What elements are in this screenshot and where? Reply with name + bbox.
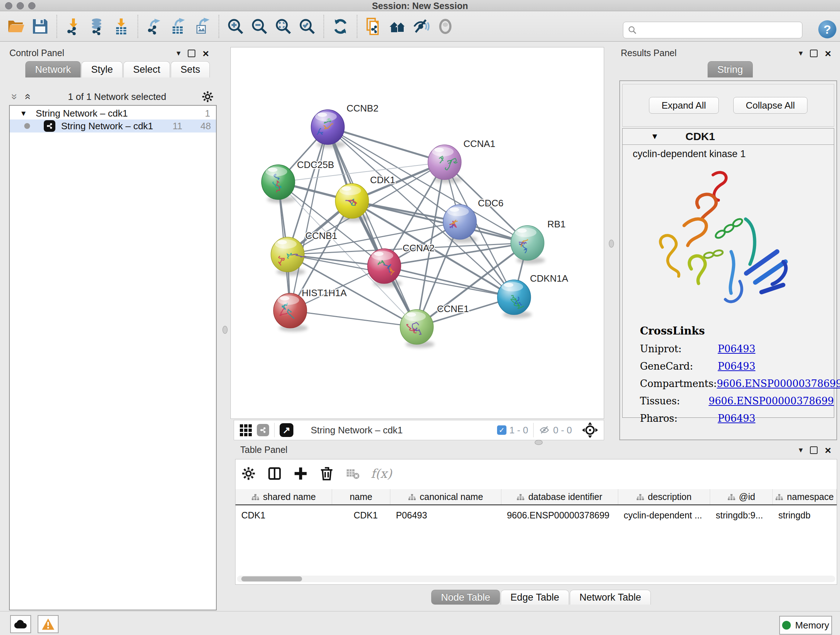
panel-maximize-icon[interactable] [810,50,818,57]
show-columns-button[interactable] [267,466,283,481]
panel-float-icon[interactable]: ▾ [177,49,180,58]
column-header[interactable]: database identifier [501,489,618,505]
protein-section: ▼ CDK1 cyclin-dependent kinase 1 [622,128,834,418]
tab-edge-table[interactable]: Edge Table [501,590,569,605]
cell-description[interactable]: cyclin-dependent ... [618,505,710,525]
table-toolbar: f(x) [240,463,392,484]
hidden-eye-slash-icon [538,424,551,435]
search-field[interactable] [623,22,802,38]
table-settings-button[interactable] [240,466,256,481]
network-selected-status: 1 of 1 Network selected [33,91,202,103]
hide-selected-button[interactable] [411,15,432,38]
crosslink-pharos-link[interactable]: P06493 [718,413,755,424]
panel-float-icon[interactable]: ▾ [799,445,803,455]
memory-button[interactable]: Memory [779,616,832,635]
network-share-icon[interactable] [257,424,269,436]
network-collection-row[interactable]: ▼ String Network – cdk1 1 [10,107,216,119]
birds-eye-crosshair-icon[interactable] [582,422,598,438]
delete-table-button[interactable] [345,466,361,481]
view-network-title: String Network – cdk1 [311,424,403,436]
gear-icon[interactable] [202,90,214,103]
zoom-fit-button[interactable] [273,15,294,38]
cell-id[interactable]: stringdb:9... [710,505,772,525]
hierarchy-icon [408,494,416,501]
cell-shared-name[interactable]: CDK1 [235,505,332,525]
panel-maximize-icon[interactable] [810,447,818,454]
show-all-button[interactable] [435,15,456,38]
crosslink-uniprot-link[interactable]: P06493 [718,343,755,355]
tab-sets[interactable]: Sets [171,61,210,78]
tab-select[interactable]: Select [123,61,170,78]
panel-close-icon[interactable]: × [825,447,831,453]
network-canvas[interactable]: CCNB2CCNA1CDC25BCDK1CDC6RB1CCNB1CCNA2CDK… [231,47,604,419]
apply-layout-button[interactable] [330,15,351,38]
function-builder-button[interactable]: f(x) [371,466,392,481]
cell-database-identifier[interactable]: 9606.ENSP00000378699 [501,505,618,525]
zoom-in-button[interactable] [225,15,246,38]
import-network-database-button[interactable] [87,15,108,38]
tab-node-table[interactable]: Node Table [431,590,500,605]
collapse-all-button[interactable]: Collapse All [733,97,808,114]
folder-open-icon [8,18,25,35]
delete-column-button[interactable] [319,466,335,481]
search-input[interactable] [640,25,802,35]
export-table-button[interactable] [168,15,189,38]
panel-maximize-icon[interactable] [188,50,195,57]
zoom-selected-button[interactable] [297,15,317,38]
svg-text:CCNB1: CCNB1 [305,230,337,241]
horizontal-splitter-handle[interactable] [535,440,543,445]
detach-view-icon[interactable]: ↗ [279,423,294,437]
cell-namespace[interactable]: stringdb [772,505,836,525]
tab-network[interactable]: Network [25,61,81,78]
crosslink-row: Compartments: 9606.ENSP00000378699 [640,378,834,389]
tab-network-table[interactable]: Network Table [570,590,651,605]
zoom-out-button[interactable] [249,15,270,38]
expand-collapse-bar: Expand All Collapse All [622,84,834,127]
protein-section-header[interactable]: ▼ CDK1 [622,128,834,145]
table-row[interactable]: CDK1 CDK1 P06493 9606.ENSP00000378699 cy… [235,505,837,525]
panel-close-icon[interactable]: × [202,50,209,57]
crosslink-row: Pharos: P06493 [640,413,834,424]
add-column-button[interactable] [293,466,309,481]
column-header[interactable]: description [618,489,710,505]
first-neighbors-button[interactable] [387,15,408,38]
crosslink-genecard-link[interactable]: P06493 [718,361,755,372]
expand-all-button[interactable]: Expand All [649,97,719,114]
cell-name[interactable]: CDK1 [332,505,390,525]
export-network-button[interactable] [144,15,165,38]
tab-string[interactable]: String [707,61,753,78]
save-session-button[interactable] [30,15,51,38]
cloud-status-button[interactable] [10,615,31,633]
tab-style[interactable]: Style [81,61,123,78]
column-header[interactable]: namespace [772,489,836,505]
open-session-button[interactable] [6,15,27,38]
panel-float-icon[interactable]: ▾ [799,49,803,58]
selected-checkbox-icon[interactable]: ✓ [497,425,507,435]
left-splitter-handle[interactable] [223,326,227,334]
network-row[interactable]: String Network – cdk1 11 48 [10,119,216,133]
panel-close-icon[interactable]: × [825,50,831,57]
right-splitter-handle[interactable] [609,240,614,248]
column-header[interactable]: shared name [235,489,332,505]
crosslink-tissues-link[interactable]: 9606.ENSP00000378699 [709,395,834,407]
column-header[interactable]: name [332,489,390,505]
collapse-triangle-icon[interactable]: ▼ [651,132,659,141]
column-header[interactable]: @id [710,489,772,505]
collapse-triangle-icon[interactable]: ▼ [20,109,27,118]
cell-canonical-name[interactable]: P06493 [390,505,501,525]
export-image-button[interactable] [192,15,213,38]
import-network-icon [65,18,82,35]
duplicate-network-button[interactable] [363,15,384,38]
crosslink-compartments-link[interactable]: 9606.ENSP00000378699 [717,378,840,389]
horizontal-scrollbar[interactable] [237,576,835,582]
scrollbar-thumb[interactable] [241,576,302,581]
help-button[interactable]: ? [818,20,836,38]
import-network-file-button[interactable] [63,15,84,38]
network-graph[interactable]: CCNB2CCNA1CDC25BCDK1CDC6RB1CCNB1CCNA2CDK… [231,48,604,418]
grid-view-icon[interactable] [240,424,252,436]
import-table-button[interactable] [111,15,132,38]
expand-all-networks-icon[interactable]: » [9,94,21,100]
column-header[interactable]: canonical name [390,489,501,505]
warnings-button[interactable] [38,615,58,633]
collapse-all-networks-icon[interactable]: » [21,94,33,100]
